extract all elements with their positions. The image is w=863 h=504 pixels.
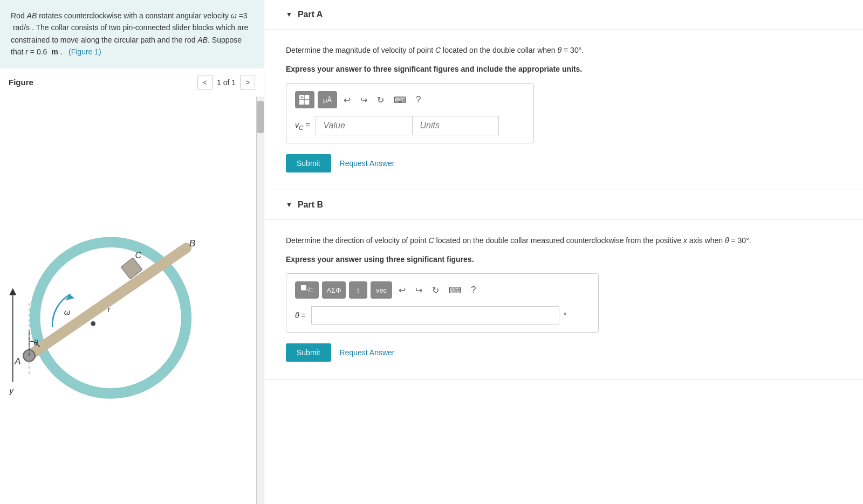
part-b-question: Determine the direction of velocity of p… xyxy=(286,235,841,246)
part-b-degree-symbol: ° xyxy=(564,311,567,320)
right-panel: ▼ Part A Determine the magnitude of velo… xyxy=(264,0,863,504)
part-a-section: ▼ Part A Determine the magnitude of velo… xyxy=(264,0,863,190)
figure-diagram: A B C ω θ r xyxy=(0,96,256,504)
part-a-instruction: Express your answer to three significant… xyxy=(286,65,841,73)
svg-text:y: y xyxy=(9,386,14,395)
svg-rect-18 xyxy=(299,100,304,105)
svg-text:B: B xyxy=(189,237,196,248)
svg-text:ω: ω xyxy=(64,307,71,316)
figure-nav: < 1 of 1 > xyxy=(197,75,255,90)
part-a-request-answer-link[interactable]: Request Answer xyxy=(340,159,395,168)
part-b-refresh-button[interactable]: ↻ xyxy=(429,283,442,298)
part-b-toolbar: √□ ΑΣΦ ↕ vec ↩ ↪ ↻ ⌨ ? xyxy=(295,281,590,299)
part-a-input-row: vC = xyxy=(295,116,525,135)
part-a-help-button[interactable]: ? xyxy=(413,93,424,106)
svg-text:C: C xyxy=(135,250,141,260)
part-b-input-row: θ = ° xyxy=(295,306,590,325)
svg-rect-19 xyxy=(305,100,309,105)
part-a-grid-button[interactable] xyxy=(295,91,314,108)
problem-text-box: Rod AB rotates counterclockwise with a c… xyxy=(0,0,264,68)
svg-text:θ: θ xyxy=(34,339,38,347)
figure-title: Figure xyxy=(9,78,33,87)
left-panel: Rod AB rotates counterclockwise with a c… xyxy=(0,0,264,504)
part-b-chevron: ▼ xyxy=(286,201,292,209)
part-a-question: Determine the magnitude of velocity of p… xyxy=(286,45,841,56)
part-a-toolbar: μÅ ↩ ↪ ↻ ⌨ ? xyxy=(295,91,525,108)
part-b-matrix-button[interactable]: √□ xyxy=(295,281,319,299)
part-a-submit-button[interactable]: Submit xyxy=(286,154,331,172)
part-a-action-row: Submit Request Answer xyxy=(286,154,841,172)
grid-icon xyxy=(299,95,310,105)
part-b-action-row: Submit Request Answer xyxy=(286,343,841,362)
part-a-vc-label: vC = xyxy=(295,121,310,131)
figure-canvas: A B C ω θ r xyxy=(0,96,256,504)
part-b-undo-button[interactable]: ↩ xyxy=(395,283,409,298)
part-b-vec-button[interactable]: vec xyxy=(371,281,392,299)
part-b-label: Part B xyxy=(298,200,323,210)
part-b-answer-box: √□ ΑΣΦ ↕ vec ↩ ↪ ↻ ⌨ ? θ = ° xyxy=(286,273,599,333)
part-a-keyboard-button[interactable]: ⌨ xyxy=(391,93,409,107)
part-a-chevron: ▼ xyxy=(286,11,292,18)
svg-rect-21 xyxy=(301,285,306,290)
part-b-header[interactable]: ▼ Part B xyxy=(264,190,863,220)
figure-page-count: 1 of 1 xyxy=(217,78,236,87)
part-b-theta-label: θ = xyxy=(295,311,306,320)
part-a-units-input[interactable] xyxy=(413,116,499,135)
part-a-header[interactable]: ▼ Part A xyxy=(264,0,863,30)
figure-header: Figure < 1 of 1 > xyxy=(0,68,264,96)
part-a-answer-box: μÅ ↩ ↪ ↻ ⌨ ? vC = xyxy=(286,83,534,143)
part-b-sigma-button[interactable]: ΑΣΦ xyxy=(322,281,346,299)
part-a-refresh-button[interactable]: ↻ xyxy=(374,93,387,107)
figure-link[interactable]: (Figure 1) xyxy=(69,47,101,56)
part-a-mu-button[interactable]: μÅ xyxy=(318,91,337,108)
part-b-content: Determine the direction of velocity of p… xyxy=(264,220,863,379)
part-a-content: Determine the magnitude of velocity of p… xyxy=(264,30,863,190)
part-b-theta-input[interactable] xyxy=(311,306,559,325)
part-b-help-button[interactable]: ? xyxy=(468,284,479,296)
part-a-redo-button[interactable]: ↪ xyxy=(357,93,371,107)
part-b-request-answer-link[interactable]: Request Answer xyxy=(340,348,395,357)
figure-canvas-wrapper: A B C ω θ r xyxy=(0,96,264,504)
svg-text:√□: √□ xyxy=(307,287,313,293)
scrollbar-thumb xyxy=(257,101,264,133)
problem-description: Rod AB rotates counterclockwise with a c… xyxy=(11,11,248,56)
part-b-keyboard-button[interactable]: ⌨ xyxy=(446,283,464,298)
part-a-undo-button[interactable]: ↩ xyxy=(340,93,354,107)
part-b-arrows-button[interactable]: ↕ xyxy=(349,281,367,299)
figure-section: Figure < 1 of 1 > xyxy=(0,68,264,504)
part-a-value-input[interactable] xyxy=(316,116,413,135)
matrix-icon: √□ xyxy=(301,285,313,295)
part-b-instruction: Express your answer using three signific… xyxy=(286,255,841,264)
figure-prev-button[interactable]: < xyxy=(197,75,213,90)
vertical-scrollbar[interactable] xyxy=(256,96,264,504)
figure-next-button[interactable]: > xyxy=(240,75,255,90)
part-b-submit-button[interactable]: Submit xyxy=(286,343,331,362)
svg-rect-20 xyxy=(301,96,303,98)
svg-text:A: A xyxy=(14,356,21,367)
svg-rect-17 xyxy=(305,95,309,99)
svg-point-12 xyxy=(91,321,95,326)
part-b-redo-button[interactable]: ↪ xyxy=(412,283,426,298)
part-b-section: ▼ Part B Determine the direction of velo… xyxy=(264,190,863,379)
part-a-label: Part A xyxy=(298,10,323,19)
